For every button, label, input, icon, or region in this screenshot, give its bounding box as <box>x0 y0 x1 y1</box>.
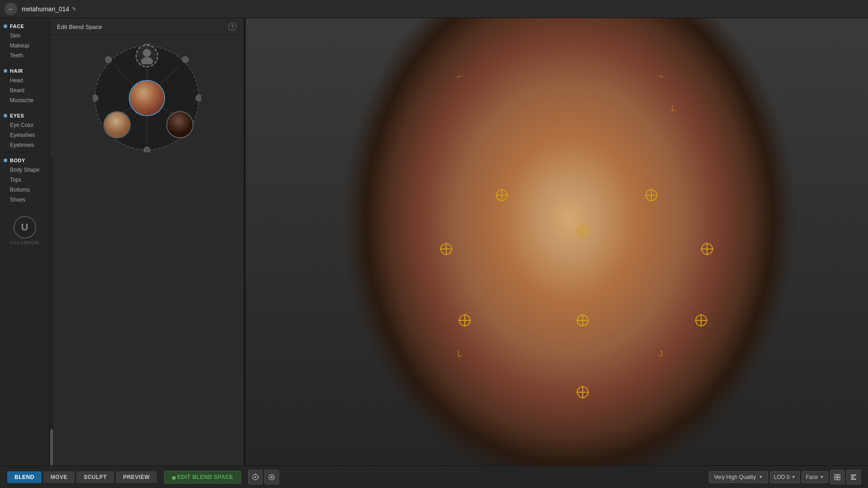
face-label: Face <box>806 474 818 480</box>
bottom-bar: BLEND MOVE SCULPT PREVIEW EDIT BLEND SPA… <box>0 465 868 488</box>
sidebar-eyes-label: EYES <box>10 113 24 118</box>
blend-panel-scrollbar[interactable] <box>50 158 53 465</box>
sidebar-hair-label: HAIR <box>10 68 23 74</box>
settings-button[interactable] <box>846 470 861 484</box>
svg-point-43 <box>255 476 256 478</box>
blend-space-title: Edit Blend Space <box>57 23 102 30</box>
quality-label: Very High Quality <box>714 474 756 480</box>
crosshair-svg-cheek-right <box>700 242 714 256</box>
crosshair-svg-eye-left <box>495 188 509 202</box>
blend-panel: Edit Blend Space ? <box>50 18 244 465</box>
svg-rect-52 <box>851 474 856 476</box>
face-dropdown[interactable]: Face ▼ <box>802 471 828 483</box>
sidebar-item-beard[interactable]: Beard <box>0 85 49 95</box>
svg-rect-51 <box>838 478 840 480</box>
blend-button[interactable]: BLEND <box>7 471 42 483</box>
sculpt-button[interactable]: SCULPT <box>76 471 114 483</box>
target-icon <box>252 474 259 481</box>
sidebar-face-label: FACE <box>10 23 24 29</box>
sidebar-body-label: BODY <box>10 158 25 163</box>
crosshair-svg-chin <box>576 385 590 399</box>
version-label: 0.1.0-14941235 <box>10 240 39 245</box>
crosshair-eye-right[interactable] <box>644 188 659 204</box>
sidebar-item-teeth[interactable]: Teeth <box>0 51 49 61</box>
crosshair-mouth-center[interactable] <box>576 313 590 329</box>
lod-dropdown[interactable]: LOD 0 ▼ <box>770 471 800 483</box>
camera-button[interactable] <box>264 470 279 484</box>
edit-title-icon[interactable]: ✎ <box>72 6 76 12</box>
sidebar-item-tops[interactable]: Tops <box>0 175 49 185</box>
reset-view-button[interactable] <box>248 470 263 484</box>
crosshair-nose-bridge[interactable] <box>576 224 590 240</box>
svg-rect-54 <box>851 479 856 480</box>
preview-button[interactable]: PREVIEW <box>116 471 157 483</box>
grid-view-button[interactable] <box>830 470 844 484</box>
sidebar-item-eyebrows[interactable]: Eyebrows <box>0 140 49 150</box>
sidebar-item-bottoms[interactable]: Bottoms <box>0 185 49 195</box>
blend-center-face <box>130 81 164 115</box>
sidebar-item-makeup[interactable]: Makeup <box>0 41 49 51</box>
crosshair-mouth-right[interactable] <box>694 313 708 329</box>
svg-rect-50 <box>835 478 837 480</box>
grid-icon <box>834 474 840 480</box>
sidebar-item-shoes[interactable]: Shoes <box>0 195 49 205</box>
blend-bl-face <box>104 112 130 137</box>
left-sidebar: FACE Skin Makeup Teeth HAIR Head Beard M… <box>0 18 50 465</box>
silhouette-icon <box>140 48 154 64</box>
sidebar-item-body-shape[interactable]: Body Shape <box>0 165 49 175</box>
scrollbar-thumb[interactable] <box>50 429 53 465</box>
svg-point-10 <box>105 56 112 63</box>
expand-icon <box>850 474 857 480</box>
sidebar-section-header-hair[interactable]: HAIR <box>0 66 49 75</box>
svg-rect-48 <box>835 474 837 477</box>
blend-node-bl[interactable] <box>104 111 131 138</box>
viewport-face-render <box>246 18 868 465</box>
viewport[interactable]: ⌐ ¬ ⊢ L J <box>246 18 868 465</box>
blend-node-center[interactable] <box>129 80 165 116</box>
sidebar-section-hair: HAIR Head Beard Mustache <box>0 63 49 108</box>
body-dot <box>4 159 7 162</box>
crosshair-eye-left[interactable] <box>495 188 509 204</box>
sidebar-item-eyelashes[interactable]: Eyelashes <box>0 130 49 140</box>
crosshair-cheek-right[interactable] <box>700 242 714 258</box>
sidebar-item-eye-color[interactable]: Eye Color <box>0 120 49 130</box>
blend-node-top[interactable] <box>136 45 158 67</box>
crosshair-svg-mouth-center <box>576 313 590 328</box>
sidebar-section-header-body[interactable]: BODY <box>0 156 49 165</box>
bracket-bot-right: J <box>659 349 663 359</box>
face-chevron: ▼ <box>820 474 824 479</box>
help-button[interactable]: ? <box>228 23 236 31</box>
crosshair-chin[interactable] <box>576 385 590 401</box>
sidebar-item-skin[interactable]: Skin <box>0 31 49 41</box>
blend-space-container[interactable] <box>50 35 244 158</box>
ue-logo: U <box>14 216 36 239</box>
face-dot <box>4 24 7 28</box>
bracket-top-left: ⌐ <box>458 72 462 81</box>
crosshair-svg-eye-right <box>644 188 659 202</box>
top-bar: ← metahuman_014 ✎ <box>0 0 868 18</box>
edit-blend-space-button[interactable]: EDIT BLEND SPACE <box>164 471 241 483</box>
bracket-bot-left: L <box>458 349 462 359</box>
lod-label: LOD 0 <box>774 474 790 480</box>
sidebar-section-header-face[interactable]: FACE <box>0 22 49 31</box>
project-title: metahuman_014 <box>22 5 69 13</box>
camera-icon <box>268 474 275 481</box>
sidebar-section-header-eyes[interactable]: EYES <box>0 111 49 120</box>
svg-point-12 <box>144 147 150 152</box>
blend-circle-wrapper[interactable] <box>93 44 201 152</box>
crosshair-svg-nose-bridge <box>576 224 590 238</box>
sidebar-item-mustache[interactable]: Mustache <box>0 95 49 105</box>
sidebar-section-face: FACE Skin Makeup Teeth <box>0 18 49 63</box>
back-button[interactable]: ← <box>5 3 17 15</box>
blend-node-br[interactable] <box>166 111 193 138</box>
move-button[interactable]: MOVE <box>43 471 75 483</box>
eyes-dot <box>4 114 7 117</box>
svg-rect-53 <box>851 476 854 478</box>
svg-point-8 <box>196 95 201 101</box>
blend-space-header: Edit Blend Space ? <box>50 18 244 35</box>
quality-dropdown[interactable]: Very High Quality ▼ <box>709 471 768 483</box>
sidebar-item-head[interactable]: Head <box>0 75 49 85</box>
crosshair-svg-mouth-left <box>458 313 472 328</box>
crosshair-mouth-left[interactable] <box>458 313 472 329</box>
crosshair-cheek-left[interactable] <box>439 242 453 258</box>
